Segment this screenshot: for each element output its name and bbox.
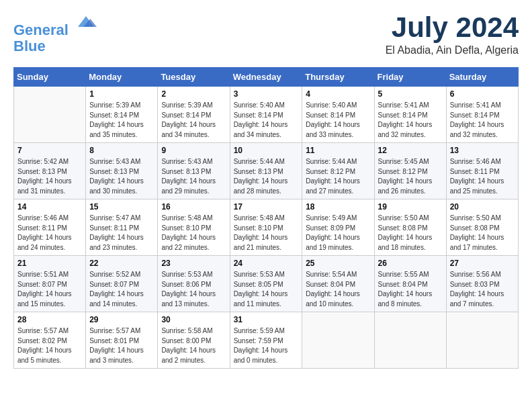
weekday-header: Wednesday <box>230 68 302 87</box>
calendar-cell: 30Sunrise: 5:58 AM Sunset: 8:00 PM Dayli… <box>158 312 230 369</box>
day-info: Sunrise: 5:46 AM Sunset: 8:11 PM Dayligh… <box>17 214 82 253</box>
calendar-cell: 13Sunrise: 5:46 AM Sunset: 8:11 PM Dayli… <box>446 143 518 199</box>
calendar-cell: 5Sunrise: 5:41 AM Sunset: 8:14 PM Daylig… <box>374 87 446 143</box>
page-header: General Blue July 2024 El Abadia, Ain De… <box>13 13 519 56</box>
calendar-cell: 22Sunrise: 5:52 AM Sunset: 8:07 PM Dayli… <box>86 256 158 312</box>
day-number: 21 <box>17 259 82 268</box>
day-number: 1 <box>89 89 154 99</box>
day-number: 16 <box>161 202 226 212</box>
day-number: 18 <box>306 202 370 212</box>
day-info: Sunrise: 5:39 AM Sunset: 8:14 PM Dayligh… <box>161 101 226 140</box>
day-number: 23 <box>161 259 226 268</box>
calendar-cell: 18Sunrise: 5:49 AM Sunset: 8:09 PM Dayli… <box>302 199 374 256</box>
day-info: Sunrise: 5:48 AM Sunset: 8:10 PM Dayligh… <box>161 214 226 253</box>
day-info: Sunrise: 5:52 AM Sunset: 8:07 PM Dayligh… <box>89 270 154 309</box>
day-number: 12 <box>378 146 443 155</box>
calendar-cell: 23Sunrise: 5:53 AM Sunset: 8:06 PM Dayli… <box>158 256 230 312</box>
day-info: Sunrise: 5:48 AM Sunset: 8:10 PM Dayligh… <box>234 214 299 253</box>
calendar-cell: 25Sunrise: 5:54 AM Sunset: 8:04 PM Dayli… <box>302 256 374 312</box>
day-number: 9 <box>161 146 226 155</box>
calendar-cell: 29Sunrise: 5:57 AM Sunset: 8:01 PM Dayli… <box>86 312 158 369</box>
day-number: 2 <box>161 89 226 99</box>
weekday-header: Friday <box>374 68 446 87</box>
calendar-cell: 1Sunrise: 5:39 AM Sunset: 8:14 PM Daylig… <box>86 87 158 143</box>
calendar-cell: 9Sunrise: 5:43 AM Sunset: 8:13 PM Daylig… <box>158 143 230 199</box>
day-number: 15 <box>89 202 154 212</box>
calendar-cell: 28Sunrise: 5:57 AM Sunset: 8:02 PM Dayli… <box>14 312 86 369</box>
calendar-cell: 2Sunrise: 5:39 AM Sunset: 8:14 PM Daylig… <box>158 87 230 143</box>
calendar-cell <box>302 312 374 369</box>
calendar-table: SundayMondayTuesdayWednesdayThursdayFrid… <box>13 67 519 369</box>
calendar-cell: 31Sunrise: 5:59 AM Sunset: 7:59 PM Dayli… <box>230 312 302 369</box>
day-number: 11 <box>306 146 370 155</box>
week-row: 28Sunrise: 5:57 AM Sunset: 8:02 PM Dayli… <box>14 312 519 369</box>
day-info: Sunrise: 5:43 AM Sunset: 8:13 PM Dayligh… <box>161 157 226 196</box>
day-number: 19 <box>378 202 443 212</box>
calendar-cell: 15Sunrise: 5:47 AM Sunset: 8:11 PM Dayli… <box>86 199 158 256</box>
day-number: 27 <box>450 259 515 268</box>
logo-line2: Blue <box>13 38 46 54</box>
day-number: 22 <box>89 259 154 268</box>
logo-line1: General <box>13 21 69 38</box>
day-number: 25 <box>306 259 370 268</box>
day-number: 26 <box>378 259 443 268</box>
weekday-header: Saturday <box>446 68 518 87</box>
day-number: 3 <box>234 89 299 99</box>
day-info: Sunrise: 5:57 AM Sunset: 8:02 PM Dayligh… <box>17 326 82 365</box>
day-number: 30 <box>161 315 226 324</box>
calendar-cell <box>14 87 86 143</box>
day-number: 8 <box>89 146 154 155</box>
day-number: 29 <box>89 315 154 324</box>
day-number: 28 <box>17 315 82 324</box>
day-info: Sunrise: 5:59 AM Sunset: 7:59 PM Dayligh… <box>234 326 299 365</box>
title-block: July 2024 El Abadia, Ain Defla, Algeria <box>386 13 519 56</box>
week-row: 1Sunrise: 5:39 AM Sunset: 8:14 PM Daylig… <box>14 87 519 143</box>
calendar-cell: 16Sunrise: 5:48 AM Sunset: 8:10 PM Dayli… <box>158 199 230 256</box>
day-number: 24 <box>234 259 299 268</box>
day-info: Sunrise: 5:43 AM Sunset: 8:13 PM Dayligh… <box>89 157 154 196</box>
day-info: Sunrise: 5:56 AM Sunset: 8:03 PM Dayligh… <box>450 270 515 309</box>
day-number: 6 <box>450 89 515 99</box>
day-info: Sunrise: 5:47 AM Sunset: 8:11 PM Dayligh… <box>89 214 154 253</box>
day-info: Sunrise: 5:57 AM Sunset: 8:01 PM Dayligh… <box>89 326 154 365</box>
day-info: Sunrise: 5:50 AM Sunset: 8:08 PM Dayligh… <box>378 214 443 253</box>
calendar-cell: 14Sunrise: 5:46 AM Sunset: 8:11 PM Dayli… <box>14 199 86 256</box>
day-info: Sunrise: 5:50 AM Sunset: 8:08 PM Dayligh… <box>450 214 515 253</box>
day-number: 14 <box>17 202 82 212</box>
day-number: 31 <box>234 315 299 324</box>
logo-icon <box>75 11 97 32</box>
day-info: Sunrise: 5:41 AM Sunset: 8:14 PM Dayligh… <box>450 101 515 140</box>
day-info: Sunrise: 5:39 AM Sunset: 8:14 PM Dayligh… <box>89 101 154 140</box>
month-title: July 2024 <box>386 13 519 42</box>
calendar-cell: 6Sunrise: 5:41 AM Sunset: 8:14 PM Daylig… <box>446 87 518 143</box>
calendar-cell: 10Sunrise: 5:44 AM Sunset: 8:13 PM Dayli… <box>230 143 302 199</box>
day-number: 17 <box>234 202 299 212</box>
calendar-cell: 8Sunrise: 5:43 AM Sunset: 8:13 PM Daylig… <box>86 143 158 199</box>
week-row: 14Sunrise: 5:46 AM Sunset: 8:11 PM Dayli… <box>14 199 519 256</box>
day-info: Sunrise: 5:49 AM Sunset: 8:09 PM Dayligh… <box>306 214 370 253</box>
week-row: 21Sunrise: 5:51 AM Sunset: 8:07 PM Dayli… <box>14 256 519 312</box>
day-info: Sunrise: 5:42 AM Sunset: 8:13 PM Dayligh… <box>17 157 82 196</box>
location-title: El Abadia, Ain Defla, Algeria <box>386 44 519 56</box>
calendar-cell: 17Sunrise: 5:48 AM Sunset: 8:10 PM Dayli… <box>230 199 302 256</box>
calendar-cell: 20Sunrise: 5:50 AM Sunset: 8:08 PM Dayli… <box>446 199 518 256</box>
day-info: Sunrise: 5:53 AM Sunset: 8:06 PM Dayligh… <box>161 270 226 309</box>
calendar-cell: 19Sunrise: 5:50 AM Sunset: 8:08 PM Dayli… <box>374 199 446 256</box>
day-info: Sunrise: 5:44 AM Sunset: 8:12 PM Dayligh… <box>306 157 370 196</box>
calendar-cell: 3Sunrise: 5:40 AM Sunset: 8:14 PM Daylig… <box>230 87 302 143</box>
calendar-header-row: SundayMondayTuesdayWednesdayThursdayFrid… <box>14 68 519 87</box>
day-number: 10 <box>234 146 299 155</box>
calendar-cell: 26Sunrise: 5:55 AM Sunset: 8:04 PM Dayli… <box>374 256 446 312</box>
day-number: 20 <box>450 202 515 212</box>
day-info: Sunrise: 5:45 AM Sunset: 8:12 PM Dayligh… <box>378 157 443 196</box>
day-info: Sunrise: 5:58 AM Sunset: 8:00 PM Dayligh… <box>161 326 226 365</box>
calendar-cell: 21Sunrise: 5:51 AM Sunset: 8:07 PM Dayli… <box>14 256 86 312</box>
day-info: Sunrise: 5:54 AM Sunset: 8:04 PM Dayligh… <box>306 270 370 309</box>
day-number: 4 <box>306 89 370 99</box>
day-info: Sunrise: 5:55 AM Sunset: 8:04 PM Dayligh… <box>378 270 443 309</box>
calendar-cell: 12Sunrise: 5:45 AM Sunset: 8:12 PM Dayli… <box>374 143 446 199</box>
weekday-header: Sunday <box>14 68 86 87</box>
calendar-cell: 7Sunrise: 5:42 AM Sunset: 8:13 PM Daylig… <box>14 143 86 199</box>
day-info: Sunrise: 5:41 AM Sunset: 8:14 PM Dayligh… <box>378 101 443 140</box>
calendar-cell: 27Sunrise: 5:56 AM Sunset: 8:03 PM Dayli… <box>446 256 518 312</box>
